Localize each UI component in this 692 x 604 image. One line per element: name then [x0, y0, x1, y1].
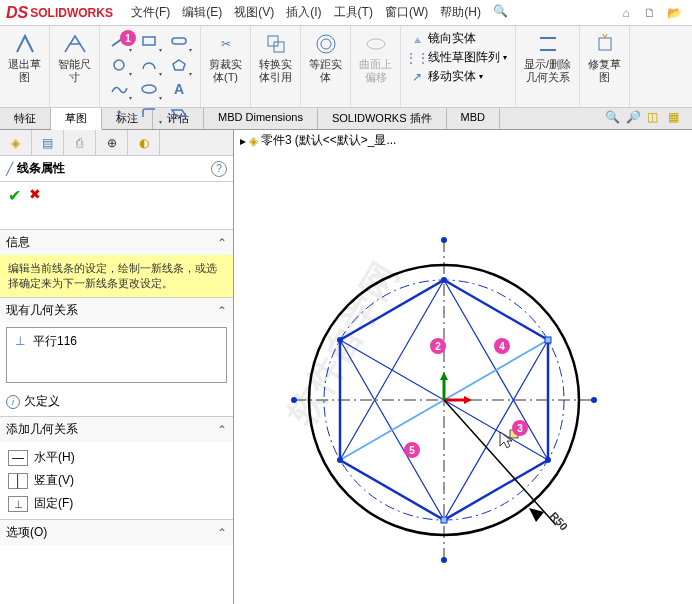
logo-icon: DS [6, 4, 28, 22]
menu-file[interactable]: 文件(F) [127, 2, 174, 23]
add-relations-section: 添加几何关系⌃ —水平(H) │竖直(V) ⟂固定(F) [0, 416, 233, 519]
smart-dimension-button[interactable]: 智能尺 寸 [54, 28, 95, 86]
logo-text: SOLIDWORKS [30, 6, 113, 20]
relations-icon [534, 30, 562, 58]
vertical-icon: │ [8, 473, 28, 489]
svg-point-9 [317, 35, 335, 53]
app-logo: DS SOLIDWORKS [0, 4, 119, 22]
ribbon-group-offset: 等距实 体 [301, 26, 351, 107]
surface-offset-button: 曲面上 偏移 [355, 28, 396, 86]
sketch-tool-grid: ▾ ▾ ▾ ▾ ▾ ▾ ▾ ▾ A • ▾ [104, 28, 196, 126]
arc-tool-icon[interactable]: ▾ [136, 54, 162, 76]
dimension-icon [61, 30, 89, 58]
chevron-up-icon: ⌃ [217, 304, 227, 318]
menu-search-icon[interactable]: 🔍 [489, 2, 512, 23]
fillet-tool-icon[interactable]: ▾ [136, 102, 162, 124]
ribbon-group-dim: 智能尺 寸 [50, 26, 100, 107]
home-icon[interactable]: ⌂ [616, 3, 636, 23]
move-icon: ↗ [409, 69, 425, 85]
panel-header: ╱ 线条属性 ? [0, 156, 233, 182]
repair-icon [591, 30, 619, 58]
tab-feature[interactable]: 特征 [0, 108, 51, 129]
line-property-icon: ╱ [6, 162, 13, 176]
chevron-up-icon: ⌃ [217, 236, 227, 250]
info-message: 编辑当前线条的设定，绘制一新线条，或选择确定来为下一新线条更改设定。 [0, 255, 233, 297]
display-style-icon[interactable]: ▦ [668, 110, 686, 128]
menu-view[interactable]: 视图(V) [230, 2, 278, 23]
plane-tool-icon[interactable] [166, 102, 192, 124]
show-relations-button[interactable]: 显示/删除 几何关系 [520, 28, 575, 86]
trim-button[interactable]: ✂ 剪裁实 体(T) [205, 28, 246, 86]
linear-pattern-button[interactable]: ⋮⋮线性草图阵列▾ [409, 49, 507, 66]
add-vertical-button[interactable]: │竖直(V) [8, 469, 225, 492]
add-horizontal-button[interactable]: —水平(H) [8, 446, 225, 469]
svg-marker-36 [464, 396, 472, 404]
info-icon[interactable]: i [6, 395, 20, 409]
zoom-area-icon[interactable]: 🔎 [626, 110, 644, 128]
svg-point-31 [291, 397, 297, 403]
svg-rect-6 [268, 36, 278, 46]
spline-tool-icon[interactable]: ▾ [106, 78, 132, 100]
add-relations-header[interactable]: 添加几何关系⌃ [0, 417, 233, 442]
tab-sketch[interactable]: 草图 [51, 108, 102, 130]
ellipse-tool-icon[interactable]: ▾ [136, 78, 162, 100]
polygon-tool-icon[interactable]: ▾ [166, 54, 192, 76]
zoom-fit-icon[interactable]: 🔍 [605, 110, 623, 128]
property-panel: ◈ ▤ ⎙ ⊕ ◐ ╱ 线条属性 ? ✔ ✖ 信息⌃ 编辑当前线条的设定，绘制一… [0, 130, 234, 604]
existing-relations-section: 现有几何关系⌃ ⊥ 平行116 i 欠定义 [0, 297, 233, 416]
svg-point-32 [591, 397, 597, 403]
annotation-badge-3: 3 [512, 420, 528, 436]
new-doc-icon[interactable]: 🗋 [640, 3, 660, 23]
mirror-icon: ⟁ [409, 31, 425, 47]
open-icon[interactable]: 📂 [664, 3, 684, 23]
point-tool-icon[interactable]: • [106, 102, 132, 124]
mirror-button[interactable]: ⟁镜向实体 [409, 30, 507, 47]
menu-edit[interactable]: 编辑(E) [178, 2, 226, 23]
tab-mbd[interactable]: MBD [447, 108, 500, 129]
existing-relations-header[interactable]: 现有几何关系⌃ [0, 298, 233, 323]
chevron-up-icon: ⌃ [217, 526, 227, 540]
main-menus: 文件(F) 编辑(E) 视图(V) 插入(I) 工具(T) 窗口(W) 帮助(H… [127, 2, 512, 23]
svg-line-39 [444, 400, 556, 525]
offset-button[interactable]: 等距实 体 [305, 28, 346, 86]
svg-marker-4 [173, 60, 185, 70]
annotation-badge-2: 2 [430, 338, 446, 354]
ribbon-group-pattern: ⟁镜向实体 ⋮⋮线性草图阵列▾ ↗移动实体▾ [401, 26, 516, 107]
cancel-button[interactable]: ✖ [29, 186, 41, 205]
tab-mbd-dim[interactable]: MBD Dimensions [204, 108, 318, 129]
ok-button[interactable]: ✔ [8, 186, 21, 205]
svg-rect-1 [143, 37, 155, 45]
exit-sketch-button[interactable]: 退出草 图 [4, 28, 45, 86]
perpendicular-icon: ⊥ [11, 332, 29, 350]
panel-tab-feature-tree[interactable]: ◈ [0, 130, 32, 155]
panel-tab-dim[interactable]: ⊕ [96, 130, 128, 155]
panel-tab-property[interactable]: ▤ [32, 130, 64, 155]
definition-status: i 欠定义 [0, 387, 233, 416]
horizontal-icon: — [8, 450, 28, 466]
add-fixed-button[interactable]: ⟂固定(F) [8, 492, 225, 515]
ribbon-group-surface-offset: 曲面上 偏移 [351, 26, 401, 107]
rectangle-tool-icon[interactable]: ▾ [136, 30, 162, 52]
menu-help[interactable]: 帮助(H) [436, 2, 485, 23]
repair-sketch-button[interactable]: 修复草 图 [584, 28, 625, 86]
convert-entities-button[interactable]: 转换实 体引用 [255, 28, 296, 86]
panel-tab-config[interactable]: ⎙ [64, 130, 96, 155]
menu-insert[interactable]: 插入(I) [282, 2, 325, 23]
text-tool-icon[interactable]: A [166, 78, 192, 100]
view-orient-icon[interactable]: ◫ [647, 110, 665, 128]
slot-tool-icon[interactable]: ▾ [166, 30, 192, 52]
info-header[interactable]: 信息⌃ [0, 230, 233, 255]
panel-tab-display[interactable]: ◐ [128, 130, 160, 155]
graphics-canvas[interactable]: ▸ ◈ 零件3 (默认<<默认>_显... 软件自学网 [234, 130, 692, 604]
menu-window[interactable]: 窗口(W) [381, 2, 432, 23]
relations-list[interactable]: ⊥ 平行116 [6, 327, 227, 383]
move-entities-button[interactable]: ↗移动实体▾ [409, 68, 507, 85]
help-icon[interactable]: ? [211, 161, 227, 177]
svg-point-34 [441, 557, 447, 563]
tab-addins[interactable]: SOLIDWORKS 插件 [318, 108, 447, 129]
ribbon-group-sketch-tools: 1 ▾ ▾ ▾ ▾ ▾ ▾ ▾ ▾ A • ▾ [100, 26, 201, 107]
menu-tools[interactable]: 工具(T) [330, 2, 377, 23]
circle-tool-icon[interactable]: ▾ [106, 54, 132, 76]
options-header[interactable]: 选项(O)⌃ [0, 520, 233, 545]
relation-item[interactable]: ⊥ 平行116 [9, 330, 224, 352]
